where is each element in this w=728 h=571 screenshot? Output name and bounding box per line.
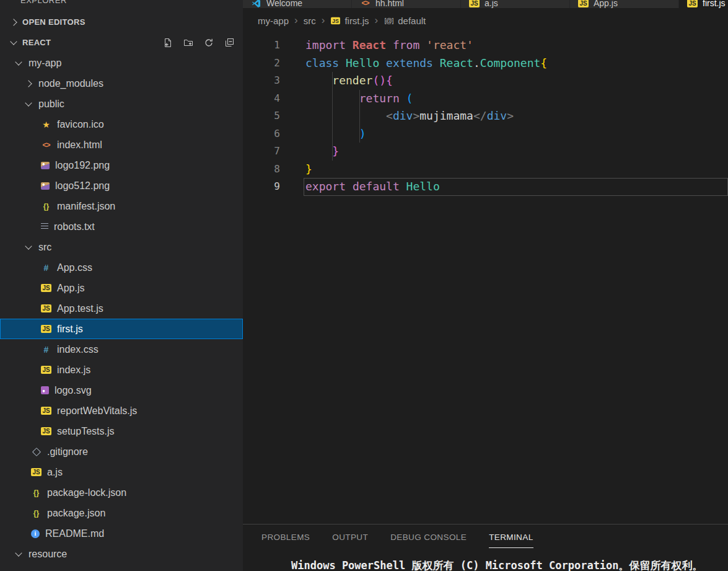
breadcrumb-separator-icon: › <box>375 14 379 27</box>
tab-app.js[interactable]: JSApp.js <box>570 0 679 8</box>
tree-item-label: my-app <box>29 58 61 69</box>
tree-item-public[interactable]: public <box>0 94 243 114</box>
tree-item-logo512.png[interactable]: logo512.png <box>0 175 243 196</box>
code-editor[interactable]: 123456789 import React from 'react'class… <box>243 33 728 524</box>
code-line[interactable]: export default Hello <box>304 178 728 196</box>
tree-item-first.js[interactable]: JSfirst.js <box>0 319 243 339</box>
tree-item-.gitignore[interactable]: .gitignore <box>0 441 243 462</box>
code-line[interactable]: } <box>304 161 728 179</box>
tree-item-favicon.ico[interactable]: ★favicon.ico <box>0 114 243 135</box>
tree-item-index.js[interactable]: JSindex.js <box>0 360 243 380</box>
tree-item-README.md[interactable]: iREADME.md <box>0 523 243 544</box>
panel-tab-problems[interactable]: PROBLEMS <box>261 533 310 548</box>
tree-item-logo.svg[interactable]: logo.svg <box>0 380 243 401</box>
code-token: < <box>305 109 393 122</box>
tree-item-label: favicon.ico <box>57 119 104 130</box>
tree-item-resource[interactable]: resource <box>0 544 243 564</box>
panel-tab-debug-console[interactable]: DEBUG CONSOLE <box>390 533 467 548</box>
vscode-window: EXPLORER OPEN EDITORS REACT my-appnode_m… <box>0 0 728 571</box>
code-line[interactable]: } <box>304 143 728 161</box>
tree-item-App.test.js[interactable]: JSApp.test.js <box>0 298 243 319</box>
code-token: } <box>305 162 312 175</box>
tab-a.js[interactable]: JSa.js <box>461 0 570 8</box>
tree-item-setupTests.js[interactable]: JSsetupTests.js <box>0 421 243 441</box>
sidebar-title-clip: EXPLORER <box>0 0 243 7</box>
tree-item-my-app[interactable]: my-app <box>0 53 243 73</box>
code-token: Hello <box>346 56 379 69</box>
tab-label: App.js <box>594 0 618 8</box>
tab-label: Welcome <box>266 0 302 8</box>
tree-item-label: node_modules <box>38 78 103 89</box>
line-number[interactable]: 6 <box>243 125 289 143</box>
tree-item-package-lock.json[interactable]: {}package-lock.json <box>0 482 243 503</box>
line-number[interactable]: 2 <box>243 55 289 73</box>
breadcrumb-item-src[interactable]: src <box>304 15 316 26</box>
code-token: mujimama <box>419 109 473 122</box>
tree-item-label: App.test.js <box>57 303 103 314</box>
code-line[interactable]: render(){ <box>304 72 728 90</box>
html-icon: <> <box>41 140 51 149</box>
line-number[interactable]: 9 <box>243 178 289 196</box>
tree-item-index.css[interactable]: #index.css <box>0 339 243 360</box>
tree-item-index.html[interactable]: <>index.html <box>0 135 243 155</box>
collapse-all-icon[interactable] <box>224 38 234 48</box>
line-number[interactable]: 8 <box>243 161 289 179</box>
workspace-section[interactable]: REACT <box>0 32 243 53</box>
tab-welcome[interactable]: Welcome <box>243 0 352 8</box>
panel-tab-terminal[interactable]: TERMINAL <box>489 533 533 548</box>
tree-item-logo192.png[interactable]: logo192.png <box>0 155 243 175</box>
breadcrumb-item-default[interactable]: [@]default <box>384 15 426 26</box>
code-line[interactable]: ) <box>304 125 728 143</box>
breadcrumb-item-my-app[interactable]: my-app <box>258 15 289 26</box>
line-number[interactable]: 3 <box>243 72 289 90</box>
tree-item-App.js[interactable]: JSApp.js <box>0 278 243 298</box>
tree-item-manifest.json[interactable]: {}manifest.json <box>0 196 243 216</box>
code-token: from <box>393 38 419 51</box>
tree-item-label: App.js <box>57 283 84 294</box>
chevron-down-icon <box>10 38 17 45</box>
breadcrumb-label: default <box>398 15 426 26</box>
tree-item-reportWebVitals.js[interactable]: JSreportWebVitals.js <box>0 401 243 421</box>
chevron-down-icon <box>25 99 32 106</box>
code-line[interactable]: import React from 'react' <box>304 37 728 55</box>
tab-first.js[interactable]: JSfirst.js <box>679 0 728 8</box>
code-token: { <box>540 56 547 69</box>
code-token: div <box>487 109 507 122</box>
tree-item-robots.txt[interactable]: robots.txt <box>0 216 243 237</box>
tree-item-label: index.html <box>57 139 102 151</box>
js-icon: JS <box>687 0 698 7</box>
code-line[interactable]: <div>mujimama</div> <box>304 107 728 125</box>
info-icon: i <box>31 529 40 538</box>
line-number[interactable]: 5 <box>243 107 289 125</box>
new-folder-icon[interactable] <box>183 38 193 48</box>
tree-item-a.js[interactable]: JSa.js <box>0 462 243 482</box>
gutter: 123456789 <box>243 33 289 524</box>
js-icon: JS <box>469 0 480 7</box>
new-file-icon[interactable] <box>163 38 173 48</box>
tree-item-src[interactable]: src <box>0 237 243 257</box>
workspace-label: REACT <box>22 38 51 47</box>
css-icon: # <box>41 345 51 354</box>
tab-hh.html[interactable]: <>hh.html <box>352 0 461 8</box>
breadcrumb-item-first.js[interactable]: JSfirst.js <box>330 15 369 26</box>
line-number[interactable]: 1 <box>243 37 289 55</box>
code-line[interactable]: return ( <box>304 90 728 108</box>
text-icon <box>41 223 48 230</box>
line-number[interactable]: 4 <box>243 90 289 108</box>
refresh-icon[interactable] <box>204 38 214 48</box>
panel-tab-output[interactable]: OUTPUT <box>332 533 368 548</box>
js-icon: JS <box>31 468 42 476</box>
tree-item-package.json[interactable]: {}package.json <box>0 503 243 523</box>
line-number[interactable]: 7 <box>243 143 289 161</box>
tab-bar-clip: Welcome<>hh.htmlJSa.jsJSApp.jsJSfirst.js <box>243 0 728 8</box>
tree-item-App.css[interactable]: #App.css <box>0 257 243 278</box>
code-line[interactable]: class Hello extends React.Component{ <box>304 55 728 73</box>
indent-guide <box>359 90 360 143</box>
open-editors-section[interactable]: OPEN EDITORS <box>0 12 243 32</box>
module-icon: [@] <box>384 16 393 24</box>
tree-item-node_modules[interactable]: node_modules <box>0 73 243 94</box>
code-token <box>305 74 332 87</box>
tree-item-label: reportWebVitals.js <box>57 405 137 417</box>
code-column: import React from 'react'class Hello ext… <box>304 33 728 524</box>
js-icon: JS <box>41 304 51 312</box>
